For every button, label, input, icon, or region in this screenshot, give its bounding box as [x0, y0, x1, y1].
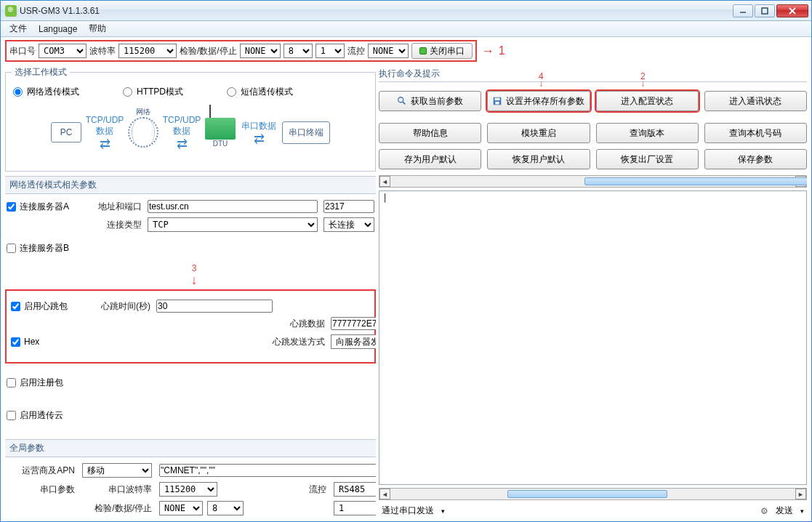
pc-node: PC	[51, 122, 81, 142]
global-header: 全局参数	[5, 439, 376, 457]
titlebar: USR-GM3 V1.1.3.61	[1, 1, 811, 21]
apn-input[interactable]	[159, 464, 376, 477]
send-via-label: 通过串口发送	[382, 505, 434, 517]
mode-title: 选择工作模式	[12, 66, 70, 79]
parity-label: 检验/数据/停止	[180, 45, 237, 57]
port-label: 串口号	[9, 45, 36, 57]
scroll-left-icon[interactable]: ◄	[379, 489, 390, 499]
server-a-check[interactable]: 连接服务器A	[7, 201, 79, 213]
scroll-thumb[interactable]	[507, 490, 667, 498]
uart-stop-select[interactable]: 1	[334, 501, 376, 515]
port-select[interactable]: COM3	[39, 44, 87, 58]
heartbeat-box: 启用心跳包 心跳时间(秒) 心跳数据 Hex 心跳发送方式 向服务器发送心跳包	[5, 289, 376, 364]
hb-time-input[interactable]	[156, 300, 273, 313]
scroll-thumb[interactable]	[584, 177, 807, 185]
connmode-select[interactable]: 长连接	[323, 217, 374, 232]
dropdown-icon[interactable]: ▾	[441, 507, 445, 515]
register-check[interactable]: 启用注册包	[5, 371, 376, 402]
left-panel: 选择工作模式 网络透传模式 HTTPD模式 短信透传模式 PC TCP/UDP数…	[5, 66, 376, 518]
svg-rect-8	[496, 102, 499, 105]
dropdown-icon[interactable]: ▾	[800, 507, 804, 515]
save-params-button[interactable]: 保存参数	[704, 149, 807, 169]
mode-fieldset: 选择工作模式 网络透传模式 HTTPD模式 短信透传模式 PC TCP/UDP数…	[5, 66, 376, 172]
databits-select[interactable]: 8	[284, 44, 313, 58]
parity-select[interactable]: NONE	[240, 44, 281, 58]
uart-flow-label: 流控	[290, 483, 326, 496]
heartbeat-check[interactable]: 启用心跳包	[11, 300, 84, 313]
enter-config-button[interactable]: 进入配置状态	[596, 91, 699, 111]
server-a-grid: 连接服务器A 地址和端口 连接类型 TCP 长连接	[5, 196, 376, 236]
uart-parity-select[interactable]: NONE	[159, 501, 203, 515]
stopbits-select[interactable]: 1	[315, 44, 345, 58]
sn-button[interactable]: 查询本机号码	[704, 123, 807, 143]
save-icon	[492, 96, 502, 106]
right-header: 执行命令及提示	[379, 66, 807, 82]
cloud-check[interactable]: 启用透传云	[5, 403, 376, 435]
enter-comm-button[interactable]: 进入通讯状态	[704, 91, 807, 111]
scroll-right-icon[interactable]: ►	[795, 489, 806, 499]
svg-line-2	[789, 8, 795, 14]
uart-data-select[interactable]: 8	[207, 501, 244, 515]
save-user-button[interactable]: 存为用户默认	[379, 149, 481, 169]
baud-select[interactable]: 115200	[118, 44, 177, 58]
right-footer: 通过串口发送 ▾ ⚙ 发送 ▾	[379, 503, 807, 518]
maximize-button[interactable]	[755, 4, 775, 17]
server-b-check[interactable]: 连接服务器B	[5, 238, 376, 259]
hb-data-label: 心跳数据	[156, 318, 325, 330]
version-button[interactable]: 查询版本	[596, 123, 699, 143]
mode-httpd-radio[interactable]: HTTPD模式	[123, 86, 183, 98]
uart-parity-label: 检验/数据/停止	[82, 502, 152, 515]
help-button[interactable]: 帮助信息	[379, 123, 481, 143]
mode-radios: 网络透传模式 HTTPD模式 短信透传模式	[12, 83, 369, 101]
addr-label: 地址和端口	[85, 201, 142, 213]
mode-net-radio[interactable]: 网络透传模式	[13, 86, 79, 98]
menu-file[interactable]: 文件	[4, 23, 33, 35]
uart-baud-label: 串口波特率	[82, 483, 152, 496]
close-button[interactable]	[776, 4, 808, 17]
terminal-node: 串口终端	[282, 121, 330, 144]
conntype-select[interactable]: TCP	[148, 217, 318, 232]
hb-time-label: 心跳时间(秒)	[89, 300, 150, 313]
app-icon	[5, 5, 17, 17]
port-input[interactable]	[323, 200, 374, 213]
restart-button[interactable]: 模块重启	[487, 123, 590, 143]
window-controls	[733, 4, 808, 17]
uart-baud-select[interactable]: 115200	[159, 482, 217, 497]
hscroll-top[interactable]: ◄►	[379, 175, 807, 188]
gear-icon[interactable]: ⚙	[760, 506, 768, 516]
menu-help[interactable]: 帮助	[83, 23, 112, 35]
uart-flow-select[interactable]: RS485	[334, 482, 376, 497]
close-serial-button[interactable]: 关闭串口	[411, 43, 473, 59]
global-grid: 运营商及APN 移动 串口参数 串口波特率 115200 流控 RS485 检验…	[5, 459, 376, 518]
annotation-4: 4↓	[539, 72, 544, 88]
svg-rect-1	[762, 8, 768, 14]
carrier-label: 运营商及APN	[5, 465, 75, 477]
annotation-1-arrow: →	[481, 44, 494, 57]
search-icon	[397, 96, 407, 106]
menu-language[interactable]: Language	[33, 24, 83, 34]
right-panel: 执行命令及提示 4↓ 2↓ 获取当前参数 设置并保存所有参数 进入配置状态 进入…	[379, 66, 807, 518]
annotation-3: 3↓	[187, 260, 201, 286]
set-all-button[interactable]: 设置并保存所有参数	[487, 91, 590, 111]
load-user-button[interactable]: 恢复用户默认	[487, 149, 590, 169]
dtu-icon	[205, 118, 236, 140]
send-label[interactable]: 发送	[776, 505, 793, 517]
factory-button[interactable]: 恢复出厂设置	[596, 149, 699, 169]
carrier-select[interactable]: 移动	[82, 463, 152, 478]
hb-send-select[interactable]: 向服务器发送心跳包	[331, 334, 376, 349]
mode-sms-radio[interactable]: 短信透传模式	[227, 86, 293, 98]
content-area: 串口号 COM3 波特率 115200 检验/数据/停止 NONE 8 1 流控…	[1, 37, 811, 521]
minimize-button[interactable]	[733, 4, 753, 17]
hex-check[interactable]: Hex	[11, 337, 84, 347]
scroll-left-icon[interactable]: ◄	[379, 176, 390, 187]
svg-rect-7	[495, 98, 500, 101]
get-params-button[interactable]: 获取当前参数	[379, 91, 481, 111]
serial-config-row: 串口号 COM3 波特率 115200 检验/数据/停止 NONE 8 1 流控…	[5, 40, 477, 62]
log-textarea[interactable]: |	[379, 190, 807, 485]
addr-input[interactable]	[148, 200, 318, 213]
svg-line-5	[403, 102, 406, 105]
hb-data-input[interactable]	[331, 317, 376, 330]
flow-select[interactable]: NONE	[368, 44, 409, 58]
arrow-icon: ⇄	[100, 137, 110, 150]
hscroll-bottom[interactable]: ◄►	[379, 488, 807, 500]
